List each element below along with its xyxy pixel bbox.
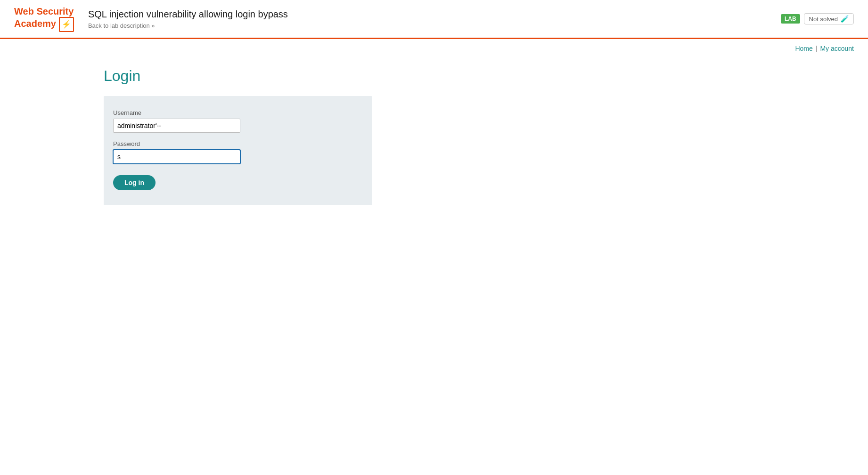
- site-header: Web Security Academy⚡ SQL injection vuln…: [0, 0, 868, 39]
- my-account-link[interactable]: My account: [820, 45, 854, 52]
- logo-text: Web Security Academy⚡: [14, 6, 74, 32]
- password-label: Password: [113, 140, 358, 147]
- username-label: Username: [113, 109, 358, 116]
- page-title: Login: [104, 67, 854, 85]
- main-content: Login Username Password Log in: [0, 58, 868, 224]
- not-solved-label: Not solved: [809, 16, 838, 23]
- flask-icon: 🧪: [841, 15, 849, 23]
- nav-separator: |: [816, 45, 818, 52]
- back-to-lab-link[interactable]: Back to lab description »: [88, 22, 155, 29]
- logo[interactable]: Web Security Academy⚡: [14, 6, 74, 32]
- not-solved-badge: Not solved 🧪: [804, 13, 854, 24]
- lightning-icon: ⚡: [59, 17, 74, 32]
- password-input[interactable]: [113, 150, 240, 164]
- login-form-container: Username Password Log in: [104, 96, 372, 205]
- logo-line2: Academy: [14, 18, 56, 29]
- home-link[interactable]: Home: [795, 45, 812, 52]
- lab-title: SQL injection vulnerability allowing log…: [88, 9, 781, 20]
- login-button[interactable]: Log in: [113, 175, 156, 190]
- logo-line1: Web Security: [14, 6, 74, 16]
- lab-info: SQL injection vulnerability allowing log…: [88, 9, 781, 29]
- lab-status-area: LAB Not solved 🧪: [781, 13, 854, 24]
- password-group: Password: [113, 140, 358, 164]
- lab-badge: LAB: [781, 14, 800, 24]
- username-input[interactable]: [113, 119, 240, 133]
- username-group: Username: [113, 109, 358, 133]
- nav-bar: Home | My account: [0, 39, 868, 58]
